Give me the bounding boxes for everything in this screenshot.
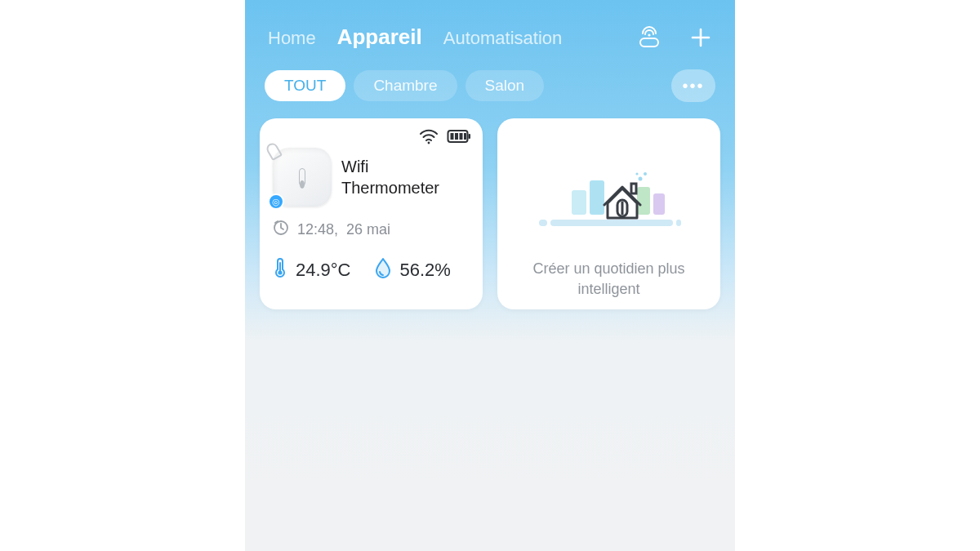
svg-rect-17: [653, 193, 665, 215]
app-screen: Home Appareil Automatisation TOU: [245, 0, 735, 551]
promo-card[interactable]: Créer un quotidien plus intelligent: [497, 118, 720, 309]
device-image: ◎: [273, 148, 332, 207]
svg-point-26: [635, 172, 638, 175]
alexa-badge-icon: ◎: [268, 193, 284, 210]
room-filter-row: TOUT Chambre Salon •••: [245, 56, 735, 118]
device-status-icons: [419, 128, 471, 148]
device-card[interactable]: ◎ Wifi Thermometer 12:48, 26 mai: [260, 118, 483, 309]
svg-rect-14: [572, 190, 586, 215]
svg-point-25: [644, 172, 647, 176]
header: Home Appareil Automatisation: [245, 15, 735, 56]
thermometer-icon: [299, 168, 305, 186]
smart-home-illustration-icon: [536, 143, 683, 239]
filter-pill-tout[interactable]: TOUT: [265, 70, 345, 101]
device-name-line1: Wifi: [341, 156, 439, 177]
more-rooms-button[interactable]: •••: [671, 69, 715, 102]
last-update-time: 12:48,: [297, 221, 338, 238]
tab-automatisation[interactable]: Automatisation: [443, 28, 563, 49]
svg-rect-20: [676, 220, 681, 226]
svg-point-24: [638, 177, 642, 181]
svg-rect-15: [590, 180, 604, 215]
battery-icon: [447, 129, 471, 147]
svg-rect-21: [631, 184, 636, 193]
device-header: ◎ Wifi Thermometer: [273, 148, 470, 207]
add-icon[interactable]: [689, 26, 712, 49]
temperature-icon: [273, 256, 287, 284]
temperature-metric: 24.9°C: [273, 256, 351, 284]
wifi-icon: [419, 128, 439, 148]
svg-rect-8: [460, 133, 463, 140]
humidity-icon: [374, 257, 392, 283]
device-name-line2: Thermometer: [341, 177, 439, 198]
svg-rect-16: [637, 187, 650, 215]
filter-pill-salon[interactable]: Salon: [466, 70, 545, 101]
metrics-row: 24.9°C 56.2%: [273, 256, 470, 284]
humidity-value: 56.2%: [400, 260, 451, 281]
svg-point-0: [648, 33, 650, 36]
tab-home[interactable]: Home: [268, 28, 316, 49]
cards-grid: ◎ Wifi Thermometer 12:48, 26 mai: [245, 118, 735, 309]
svg-point-4: [428, 142, 430, 144]
device-name: Wifi Thermometer: [341, 156, 439, 198]
top-tabs: Home Appareil Automatisation: [268, 24, 622, 50]
last-update-row: 12:48, 26 mai: [273, 220, 470, 240]
svg-rect-10: [469, 134, 471, 139]
svg-rect-19: [539, 220, 547, 226]
promo-text: Créer un quotidien plus intelligent: [510, 259, 707, 300]
tab-appareil[interactable]: Appareil: [337, 24, 422, 50]
header-actions: [635, 25, 712, 50]
hub-icon[interactable]: [635, 25, 663, 50]
humidity-metric: 56.2%: [374, 257, 451, 283]
svg-rect-7: [455, 133, 458, 140]
last-update-date: 26 mai: [346, 221, 390, 238]
svg-rect-9: [464, 133, 466, 140]
temperature-value: 24.9°C: [296, 260, 351, 281]
clock-icon: [273, 220, 289, 240]
filter-pill-chambre[interactable]: Chambre: [354, 70, 457, 101]
svg-rect-18: [550, 220, 673, 226]
svg-rect-1: [640, 38, 658, 47]
svg-rect-6: [451, 133, 454, 140]
